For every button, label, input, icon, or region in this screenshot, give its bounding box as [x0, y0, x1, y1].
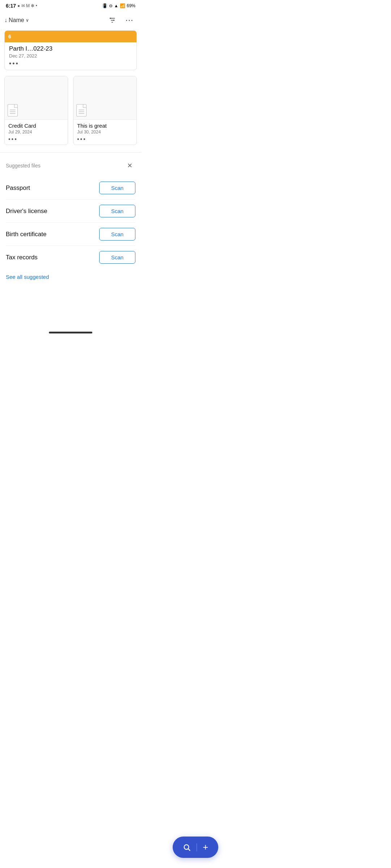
- bottom-spacer: [0, 285, 141, 328]
- suggested-label-birth-certificate: Birth certificate: [6, 231, 46, 238]
- section-divider: [0, 152, 141, 153]
- vibrate-icon: 📳: [102, 3, 108, 8]
- file-title-2: This is great: [77, 123, 133, 129]
- doc-icon-1: [8, 104, 18, 116]
- sort-arrow: ↓: [4, 17, 7, 24]
- more-icon: ⋯: [125, 16, 134, 25]
- files-grid: Credit Card Jul 29, 2024 ••• This is gre…: [4, 76, 137, 145]
- file-title-1: Credit Card: [8, 123, 64, 129]
- suggested-title: Suggested files: [6, 163, 41, 169]
- close-suggested-button[interactable]: ✕: [124, 160, 135, 171]
- suggested-label-passport: Passport: [6, 184, 30, 192]
- files-section: 6 Parth I…022-23 Dec 27, 2022 ••• Credit…: [0, 30, 141, 149]
- svg-point-3: [110, 18, 112, 19]
- notification-icons: ● ✉ M ✻ •: [17, 3, 37, 8]
- wifi-icon: ▲: [114, 3, 118, 8]
- color-bar-number: 6: [8, 34, 11, 39]
- suggested-header: Suggested files ✕: [6, 160, 135, 171]
- status-time: 6:17: [6, 3, 16, 9]
- chevron-down-icon: ∨: [26, 18, 29, 23]
- suggested-label-tax-records: Tax records: [6, 254, 38, 261]
- home-bar: [49, 332, 92, 333]
- file-dots-1[interactable]: •••: [8, 136, 18, 142]
- doc-icon-2: [76, 104, 87, 116]
- scan-button-tax-records[interactable]: Scan: [99, 251, 135, 264]
- sort-label: Name: [9, 17, 24, 24]
- card-thumb-1: [5, 76, 68, 120]
- scan-button-passport[interactable]: Scan: [99, 182, 135, 194]
- file-card-wide[interactable]: 6 Parth I…022-23 Dec 27, 2022 •••: [4, 30, 137, 70]
- suggested-item-tax-records: Tax records Scan: [6, 246, 135, 269]
- close-icon: ✕: [127, 162, 133, 170]
- suggested-item-birth-certificate: Birth certificate Scan: [6, 223, 135, 246]
- file-dots-wide[interactable]: •••: [9, 60, 19, 68]
- more-options-button[interactable]: ⋯: [122, 13, 137, 27]
- svg-point-4: [113, 20, 115, 21]
- top-bar: ↓ Name ∨ ⋯: [0, 10, 141, 30]
- see-all-suggested-button[interactable]: See all suggested: [6, 274, 49, 280]
- suggested-item-passport: Passport Scan: [6, 176, 135, 200]
- signal-icon: 📶: [120, 3, 125, 8]
- status-bar: 6:17 ● ✉ M ✻ • 📳 ⊖ ▲ 📶 69%: [0, 0, 141, 10]
- file-card-thisgreat[interactable]: This is great Jul 30, 2024 •••: [73, 76, 137, 145]
- scan-button-birth-certificate[interactable]: Scan: [99, 228, 135, 241]
- dnd-icon: ⊖: [109, 3, 113, 8]
- color-bar: 6: [5, 31, 136, 42]
- sort-button[interactable]: ↓ Name ∨: [4, 17, 29, 24]
- file-date-wide: Dec 27, 2022: [9, 53, 132, 59]
- scan-button-drivers-license[interactable]: Scan: [99, 205, 135, 217]
- suggested-label-drivers-license: Driver's license: [6, 208, 47, 215]
- file-date-1: Jul 29, 2024: [8, 129, 64, 135]
- home-indicator: [0, 328, 141, 335]
- file-title-wide: Parth I…022-23: [9, 45, 132, 52]
- file-dots-2[interactable]: •••: [77, 136, 87, 142]
- file-date-2: Jul 30, 2024: [77, 129, 133, 135]
- card-thumb-2: [73, 76, 136, 120]
- file-card-creditcard[interactable]: Credit Card Jul 29, 2024 •••: [4, 76, 68, 145]
- battery-icon: 69%: [127, 3, 135, 8]
- filter-button[interactable]: [105, 13, 119, 27]
- suggested-section: Suggested files ✕ Passport Scan Driver's…: [0, 156, 141, 285]
- suggested-item-drivers-license: Driver's license Scan: [6, 200, 135, 223]
